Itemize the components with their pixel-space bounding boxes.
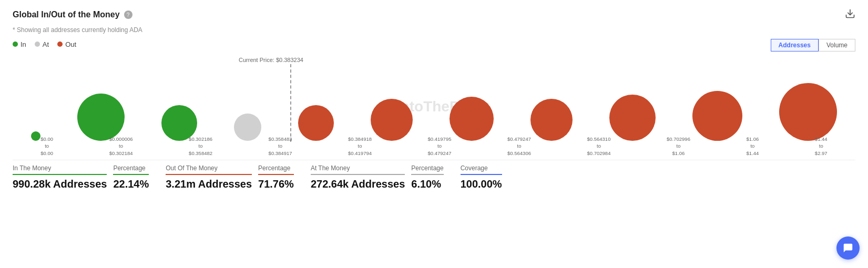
legend-item-out: Out [57, 40, 76, 48]
bubble-5 [371, 99, 413, 141]
legend-label-in: In [21, 40, 26, 48]
range-label-3: $0.358483to$0.384917 [269, 136, 292, 157]
legend: In At Out [13, 40, 76, 48]
at-the-money-label: At The Money [311, 164, 405, 172]
current-price-label: Current Price: $0.383234 [239, 57, 303, 63]
legend-dot-out [57, 42, 63, 47]
page: Global In/Out of the Money ? * Showing a… [0, 0, 868, 268]
legend-label-out: Out [65, 40, 76, 48]
legend-dot-at [35, 42, 40, 47]
at-pct-label: Percentage [411, 164, 443, 172]
out-the-money-underline [166, 174, 252, 175]
range-label-2: $0.302186to$0.358482 [189, 136, 212, 157]
bubble-col-3 [234, 67, 261, 141]
bubble-col-7 [530, 67, 573, 141]
legend-item-at: At [35, 40, 49, 48]
legend-item-in: In [13, 40, 26, 48]
in-the-money-value: 990.28k Addresses [13, 178, 107, 190]
bubble-col-8 [609, 67, 656, 141]
out-pct-value: 71.76% [258, 178, 294, 190]
range-label-0: $0.00to$0.00 [40, 136, 53, 157]
range-label-7: $0.564310to$0.702984 [587, 136, 611, 157]
out-pct-label: Percentage [258, 164, 294, 172]
chart-area: Current Price: $0.383234 IntoTheBlock [13, 57, 855, 157]
chat-button[interactable] [836, 236, 860, 260]
in-the-money-underline [13, 174, 107, 175]
range-label-1: $0.000006to$0.302184 [109, 136, 133, 157]
toggle-addresses-button[interactable]: Addresses [771, 39, 819, 51]
bubble-col-4 [298, 67, 334, 141]
coverage-value: 100.00% [461, 178, 502, 190]
toggle-volume-button[interactable]: Volume [819, 39, 855, 51]
range-label-5: $0.419795to$0.479247 [428, 136, 452, 157]
legend-dot-in [13, 42, 18, 47]
bubble-col-2 [161, 67, 197, 141]
range-labels: $0.00to$0.00 $0.000006to$0.302184 $0.302… [13, 136, 855, 157]
header-left: Global In/Out of the Money ? [13, 10, 132, 19]
range-label-10: $1.44to$2.97 [815, 136, 828, 157]
bubble-col-9 [692, 67, 742, 141]
in-pct-value: 22.14% [113, 178, 149, 190]
coverage-underline [461, 174, 502, 175]
range-label-6: $0.479247to$0.564306 [507, 136, 531, 157]
out-the-money-value: 3.21m Addresses [166, 178, 252, 190]
at-pct-value: 6.10% [411, 178, 443, 190]
bubble-8 [609, 95, 656, 141]
range-label-9: $1.06to$1.44 [747, 136, 759, 157]
header: Global In/Out of the Money ? [13, 8, 855, 21]
bubble-9 [692, 91, 742, 141]
bubble-7 [530, 99, 573, 141]
in-the-money-label: In The Money [13, 164, 107, 172]
download-icon[interactable] [845, 8, 855, 21]
at-the-money-underline [311, 174, 405, 175]
out-the-money-label: Out Of The Money [166, 164, 252, 172]
bubbles-row [13, 67, 855, 141]
range-label-8: $0.702996to$1.06 [667, 136, 690, 157]
page-title: Global In/Out of the Money [13, 10, 120, 19]
at-the-money-value: 272.64k Addresses [311, 178, 405, 190]
at-pct-underline [411, 174, 443, 175]
help-icon[interactable]: ? [124, 11, 132, 19]
in-pct-label: Percentage [113, 164, 149, 172]
in-pct-underline [113, 174, 149, 175]
stats-row: In The Money 990.28k Addresses Percentag… [13, 160, 855, 190]
range-label-4: $0.384918to$0.419794 [348, 136, 372, 157]
legend-label-at: At [43, 40, 49, 48]
out-pct-underline [258, 174, 294, 175]
toggle-row: Addresses Volume [771, 39, 855, 51]
bubble-10 [779, 83, 837, 141]
bubble-col-0 [31, 67, 40, 141]
bubble-col-1 [77, 67, 125, 141]
bubble-col-6 [450, 67, 494, 141]
bubble-col-5 [371, 67, 413, 141]
coverage-label: Coverage [461, 164, 502, 172]
subtitle: * Showing all addresses currently holdin… [13, 26, 855, 34]
bubble-col-10 [779, 67, 837, 141]
bubble-1 [77, 94, 125, 141]
bubble-6 [450, 97, 494, 141]
